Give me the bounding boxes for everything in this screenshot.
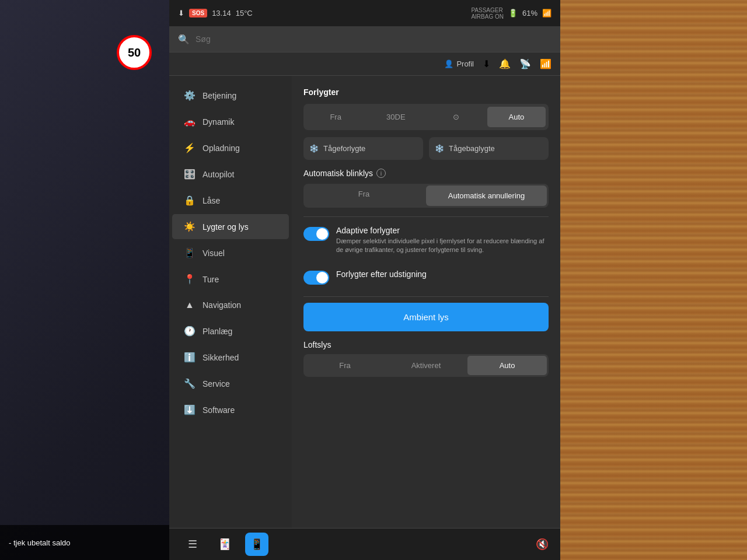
blinker-options: Fra Automatisk annullering	[303, 184, 549, 208]
taskbar-left-icons: ☰ 🃏 📱	[181, 533, 268, 556]
ceiling-options: Fra Aktiveret Auto	[303, 354, 549, 377]
fog-front-label: Tågeforlygte	[323, 144, 365, 153]
profile-item[interactable]: 👤 Profil	[444, 60, 474, 68]
security-icon: ℹ️	[184, 352, 196, 363]
signal-icon-2[interactable]: 📶	[540, 58, 551, 69]
blinker-title: Automatisk blinklys i	[303, 169, 549, 178]
sidebar-label-software: Software	[203, 405, 235, 415]
mute-button[interactable]: 🔇	[536, 538, 549, 551]
autopilot-icon: 🎛️	[184, 169, 196, 180]
fog-front-button[interactable]: ❄️ Tågeforlygte	[303, 137, 423, 160]
taskbar-cards-icon[interactable]: 🃏	[213, 533, 236, 556]
bottom-banner: - tjek ubetalt saldo	[0, 525, 175, 560]
sidebar-item-laase[interactable]: 🔒 Låse	[172, 188, 289, 213]
service-icon: 🔧	[184, 378, 196, 389]
headlight-option-30de[interactable]: 30DE	[366, 107, 425, 127]
exit-lights-title: Forlygter efter udstigning	[336, 270, 549, 279]
status-time: 13.14	[212, 9, 231, 18]
main-panel: ⬇ SOS 13.14 15°C PASSAGERAIRBAG ON 🔋 61%…	[169, 0, 560, 560]
sidebar-item-dynamik[interactable]: 🚗 Dynamik	[172, 109, 289, 134]
bell-icon[interactable]: 🔔	[499, 58, 511, 69]
ambient-light-button[interactable]: Ambient lys	[303, 303, 549, 331]
sidebar-item-navigation[interactable]: ▲ Navigation	[172, 293, 289, 317]
software-icon: ⬇️	[184, 404, 196, 415]
search-input[interactable]	[196, 34, 551, 44]
settings-panel: Forlygter Fra 30DE ⊙ Auto ❄️	[292, 76, 560, 528]
blinker-option-fra[interactable]: Fra	[303, 184, 424, 208]
status-left: ⬇ SOS 13.14 15°C	[178, 9, 253, 18]
schedule-icon: 🕐	[184, 326, 196, 337]
sidebar-item-planlaeg[interactable]: 🕐 Planlæg	[172, 318, 289, 344]
download-icon: ⬇	[178, 9, 184, 18]
sidebar-label-ture: Ture	[203, 275, 219, 284]
lock-icon: 🔒	[184, 195, 196, 206]
sidebar-label-sikkerhed: Sikkerhed	[203, 353, 239, 362]
profile-bar: 👤 Profil ⬇ 🔔 📡 📶	[169, 52, 560, 76]
sidebar-label-autopilot: Autopilot	[203, 170, 234, 179]
blinker-option-auto[interactable]: Automatisk annullering	[426, 186, 547, 206]
ceiling-option-aktiveret[interactable]: Aktiveret	[386, 356, 466, 375]
exit-lights-toggle[interactable]	[303, 271, 329, 285]
ceiling-light-section: Loftslys Fra Aktiveret Auto	[303, 340, 549, 377]
sidebar-item-sikkerhed[interactable]: ℹ️ Sikkerhed	[172, 345, 289, 370]
sidebar-label-service: Service	[203, 379, 230, 388]
visual-icon: 📱	[184, 247, 196, 258]
fog-front-icon: ❄️	[309, 144, 319, 153]
sos-badge: SOS	[189, 9, 207, 18]
sidebar-item-autopilot[interactable]: 🎛️ Autopilot	[172, 162, 289, 187]
sidebar-item-visuel[interactable]: 📱 Visuel	[172, 240, 289, 265]
fog-lights-row: ❄️ Tågeforlygte ❄️ Tågebaglygte	[303, 137, 549, 160]
blinker-section: Automatisk blinklys i Fra Automatisk ann…	[303, 169, 549, 208]
sidebar-label-dynamik: Dynamik	[203, 117, 234, 127]
signal-icon: 📶	[542, 9, 551, 18]
passenger-airbag-label: PASSAGERAIRBAG ON	[471, 7, 504, 20]
search-bar[interactable]: 🔍	[169, 26, 560, 52]
profile-label: Profil	[456, 60, 474, 68]
navigation-icon: ▲	[184, 300, 196, 310]
content-area: ⚙️ Betjening 🚗 Dynamik ⚡ Opladning 🎛️ Au…	[169, 76, 560, 528]
control-icon: ⚙️	[184, 90, 196, 101]
ceiling-option-fra[interactable]: Fra	[305, 356, 385, 375]
sidebar-item-software[interactable]: ⬇️ Software	[172, 397, 289, 422]
charging-icon: ⚡	[184, 142, 196, 153]
sidebar-label-betjening: Betjening	[203, 91, 236, 100]
sidebar-item-lygter[interactable]: ☀️ Lygter og lys	[172, 214, 289, 239]
taskbar-app-icon[interactable]: 📱	[245, 533, 268, 556]
taskbar: ☰ 🃏 📱 🔇	[169, 528, 560, 560]
ceiling-light-title: Loftslys	[303, 340, 549, 349]
battery-icon: 🔋	[508, 9, 518, 18]
taskbar-menu-icon[interactable]: ☰	[181, 533, 204, 556]
divider-1	[303, 216, 549, 217]
download-icon-2[interactable]: ⬇	[483, 58, 490, 69]
sidebar-label-lygter: Lygter og lys	[203, 222, 249, 232]
sidebar-label-planlaeg: Planlæg	[203, 327, 232, 336]
sidebar-item-ture[interactable]: 📍 Ture	[172, 267, 289, 292]
sidebar-item-service[interactable]: 🔧 Service	[172, 371, 289, 396]
adaptive-headlights-label: Adaptive forlygter Dæmper selektivt indi…	[336, 226, 549, 255]
headlight-option-fra[interactable]: Fra	[306, 107, 365, 127]
adaptive-headlights-row: Adaptive forlygter Dæmper selektivt indi…	[303, 223, 549, 258]
fog-rear-button[interactable]: ❄️ Tågebaglygte	[429, 137, 549, 160]
ceiling-option-auto[interactable]: Auto	[467, 356, 547, 375]
sidebar-item-betjening[interactable]: ⚙️ Betjening	[172, 83, 289, 108]
sidebar-label-navigation: Navigation	[203, 300, 241, 310]
profile-icon: 👤	[444, 60, 453, 68]
headlight-selector: Fra 30DE ⊙ Auto	[303, 104, 549, 130]
status-temp: 15°C	[236, 9, 253, 18]
status-right: PASSAGERAIRBAG ON 🔋 61% 📶	[471, 7, 551, 20]
mute-icon-symbol: 🔇	[536, 538, 549, 551]
car-icon: 🚗	[184, 116, 196, 127]
sidebar-label-laase: Låse	[203, 196, 220, 205]
exit-lights-row: Forlygter efter udstigning	[303, 267, 549, 288]
sidebar: ⚙️ Betjening 🚗 Dynamik ⚡ Opladning 🎛️ Au…	[169, 76, 292, 528]
bluetooth-icon[interactable]: 📡	[519, 58, 531, 69]
headlight-option-auto[interactable]: Auto	[487, 107, 546, 127]
sidebar-item-opladning[interactable]: ⚡ Opladning	[172, 135, 289, 160]
sidebar-label-visuel: Visuel	[203, 249, 225, 258]
headlight-option-symbol[interactable]: ⊙	[427, 107, 486, 127]
adaptive-headlights-toggle[interactable]	[303, 227, 329, 241]
divider-2	[303, 296, 549, 297]
fog-rear-icon: ❄️	[435, 144, 444, 153]
fog-rear-label: Tågebaglygte	[449, 144, 495, 153]
sidebar-label-opladning: Opladning	[203, 144, 240, 153]
